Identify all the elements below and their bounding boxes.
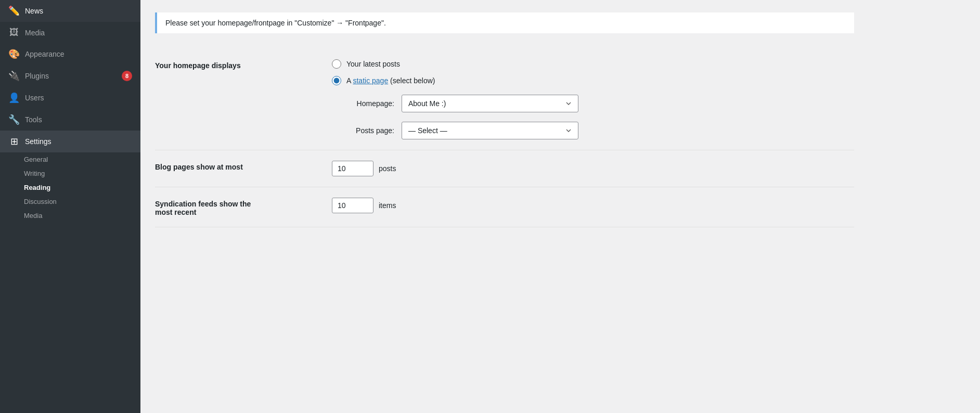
notice-box: Please set your homepage/frontpage in "C…: [155, 12, 854, 33]
sidebar-item-media[interactable]: 🖼 Media: [0, 22, 140, 43]
radio-static-page[interactable]: [332, 76, 341, 85]
main-content: Please set your homepage/frontpage in "C…: [140, 0, 980, 413]
appearance-icon: 🎨: [8, 48, 20, 60]
homepage-displays-control: Your latest posts A static page (select …: [332, 59, 854, 139]
syndication-suffix: items: [379, 201, 396, 210]
plugins-badge: 8: [122, 71, 132, 81]
radio-latest-posts-item: Your latest posts: [332, 59, 854, 69]
syndication-input-group: items: [332, 198, 854, 213]
notice-text: Please set your homepage/frontpage in "C…: [165, 19, 386, 27]
homepage-select-label: Homepage:: [332, 99, 394, 108]
settings-section: Your homepage displays Your latest posts…: [155, 49, 854, 227]
settings-icon: ⊞: [8, 136, 20, 147]
blog-pages-input[interactable]: [332, 161, 373, 176]
homepage-displays-row: Your homepage displays Your latest posts…: [155, 49, 854, 150]
posts-page-label: Posts page:: [332, 126, 394, 135]
radio-group: Your latest posts A static page (select …: [332, 59, 854, 85]
blog-pages-control: posts: [332, 161, 854, 176]
homepage-select-row: Homepage: About Me :) Home Blog Contact: [332, 95, 854, 112]
sidebar-item-tools[interactable]: 🔧 Tools: [0, 109, 140, 131]
sidebar-label-news: News: [25, 7, 132, 15]
submenu-writing[interactable]: Writing: [0, 166, 140, 180]
radio-latest-posts[interactable]: [332, 59, 341, 69]
sidebar-label-tools: Tools: [25, 115, 132, 124]
users-icon: 👤: [8, 92, 20, 104]
sidebar-label-settings: Settings: [25, 137, 132, 146]
homepage-select[interactable]: About Me :) Home Blog Contact: [402, 95, 578, 112]
sidebar-label-appearance: Appearance: [25, 50, 132, 58]
posts-page-select[interactable]: — Select — Blog News Posts: [402, 122, 578, 139]
syndication-control: items: [332, 198, 854, 213]
tools-icon: 🔧: [8, 114, 20, 125]
radio-latest-posts-label[interactable]: Your latest posts: [346, 60, 400, 68]
blog-pages-row: Blog pages show at most posts: [155, 150, 854, 187]
sidebar-label-media: Media: [25, 29, 132, 37]
plugins-icon: 🔌: [8, 70, 20, 82]
submenu-general[interactable]: General: [0, 152, 140, 166]
sidebar-item-users[interactable]: 👤 Users: [0, 87, 140, 109]
sidebar-label-users: Users: [25, 94, 132, 102]
blog-pages-input-group: posts: [332, 161, 854, 176]
syndication-label: Syndication feeds show the most recent: [155, 198, 332, 216]
news-icon: ✏️: [8, 5, 20, 17]
radio-static-page-label: A static page (select below): [346, 76, 435, 85]
submenu-discussion[interactable]: Discussion: [0, 195, 140, 209]
sidebar: ✏️ News 🖼 Media 🎨 Appearance 🔌 Plugins 8…: [0, 0, 140, 413]
sidebar-item-news[interactable]: ✏️ News: [0, 0, 140, 22]
sidebar-label-plugins: Plugins: [25, 72, 117, 80]
homepage-displays-label: Your homepage displays: [155, 59, 332, 70]
syndication-row: Syndication feeds show the most recent i…: [155, 187, 854, 227]
sidebar-item-appearance[interactable]: 🎨 Appearance: [0, 43, 140, 65]
media-icon: 🖼: [8, 27, 20, 38]
radio-static-page-item: A static page (select below): [332, 76, 854, 85]
submenu-media[interactable]: Media: [0, 209, 140, 223]
sidebar-item-plugins[interactable]: 🔌 Plugins 8: [0, 65, 140, 87]
posts-page-select-row: Posts page: — Select — Blog News Posts: [332, 122, 854, 139]
sidebar-item-settings[interactable]: ⊞ Settings: [0, 131, 140, 152]
submenu-reading[interactable]: Reading: [0, 180, 140, 195]
blog-pages-label: Blog pages show at most: [155, 161, 332, 171]
blog-pages-suffix: posts: [379, 164, 396, 173]
syndication-input[interactable]: [332, 198, 373, 213]
static-page-link[interactable]: static page: [353, 76, 388, 85]
